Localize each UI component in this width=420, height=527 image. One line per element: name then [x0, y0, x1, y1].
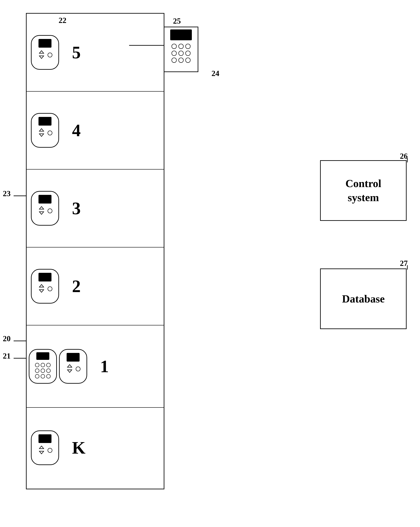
ref-26-line	[407, 158, 408, 162]
unit-screen-2	[39, 273, 52, 282]
elevator-unit-4	[31, 113, 59, 148]
unit-controls-4	[38, 128, 52, 137]
svg-marker-1	[39, 56, 44, 58]
wp-key-6	[185, 51, 190, 56]
wp-key-3	[185, 44, 190, 49]
circle-btn-1	[76, 367, 80, 371]
floor-label-2: 2	[72, 276, 81, 296]
wp-key-9	[185, 58, 190, 63]
ref-24: 24	[211, 69, 219, 78]
svg-marker-4	[39, 207, 44, 209]
arrow-icon-4	[38, 128, 45, 137]
floor-label-5: 5	[72, 43, 81, 62]
floor-label-4: 4	[72, 121, 81, 140]
wp-key-4	[171, 51, 177, 56]
svg-marker-0	[39, 51, 44, 53]
keypad-screen-1	[36, 352, 49, 360]
arrow-icon-2	[38, 284, 45, 293]
unit-controls-1	[66, 364, 80, 373]
circle-btn-2	[48, 286, 52, 291]
ref-21: 21	[3, 351, 10, 361]
key-1g	[35, 374, 39, 378]
svg-marker-7	[39, 290, 44, 292]
wall-panel-screen	[170, 29, 192, 40]
ref-25: 25	[173, 16, 181, 26]
connector-line-wall	[129, 45, 164, 46]
svg-marker-9	[67, 370, 72, 373]
unit-screen-k	[39, 434, 52, 443]
ref-20: 20	[3, 334, 10, 343]
unit-controls-3	[38, 206, 52, 215]
database-label: Database	[342, 293, 385, 305]
wp-key-2	[178, 44, 184, 49]
elevator-unit-3	[31, 191, 59, 226]
svg-marker-8	[67, 365, 72, 367]
wall-panel-keypad	[171, 43, 191, 64]
key-1f	[46, 369, 51, 373]
circle-btn-5	[48, 53, 52, 57]
key-1h	[41, 374, 45, 378]
svg-marker-10	[39, 446, 44, 449]
circle-btn-k	[48, 448, 52, 453]
svg-marker-3	[39, 134, 44, 136]
key-1b	[41, 363, 45, 367]
unit-controls-2	[38, 284, 52, 293]
floor-label-1: 1	[100, 357, 109, 376]
elevator-unit-2	[31, 269, 59, 304]
database-box: Database	[320, 268, 407, 329]
ref-23: 23	[3, 189, 10, 198]
ref-23-line	[14, 196, 27, 196]
ref-22: 22	[59, 16, 66, 25]
floor-row-k: K	[27, 408, 164, 488]
unit-screen-4	[39, 117, 52, 126]
diagram-container: 5 22 25 24	[13, 9, 420, 520]
arrow-icon-1	[66, 364, 74, 373]
floor-label-3: 3	[72, 198, 81, 218]
svg-marker-5	[39, 212, 44, 214]
arrow-icon-3	[38, 206, 45, 215]
keypad-grid-1	[34, 362, 52, 379]
floor-label-k: K	[72, 438, 85, 458]
ref-27: 27	[400, 259, 408, 268]
ref-26: 26	[400, 152, 408, 161]
wp-key-8	[178, 58, 184, 63]
ref-27-line	[407, 265, 408, 270]
floor-row-4: 4	[27, 92, 164, 170]
unit-screen-5	[39, 39, 52, 48]
unit-screen-3	[39, 195, 52, 204]
wall-panel-device: 25 24	[164, 27, 198, 72]
wp-key-5	[178, 51, 184, 56]
svg-marker-11	[39, 451, 44, 454]
arrow-icon-k	[38, 446, 45, 455]
elevator-unit-1	[59, 349, 87, 384]
circle-btn-3	[48, 209, 52, 213]
svg-marker-2	[39, 129, 44, 131]
unit-controls-k	[38, 446, 52, 455]
key-1c	[46, 363, 51, 367]
elevator-panel: 5 22 25 24	[26, 13, 164, 489]
floor-row-1: 1 20 21	[27, 325, 164, 408]
unit-screen-1	[67, 353, 80, 362]
floor-row-5: 5 22 25 24	[27, 14, 164, 92]
floor-row-2: 2	[27, 247, 164, 325]
wp-key-1	[171, 44, 177, 49]
wp-key-7	[171, 58, 177, 63]
arrow-icon-5	[38, 50, 45, 60]
circle-btn-4	[48, 131, 52, 135]
control-system-label: Controlsystem	[345, 176, 381, 205]
unit-controls-5	[38, 50, 52, 60]
key-1i	[46, 374, 51, 378]
keypad-unit-1	[29, 349, 57, 384]
ref-20-line	[14, 340, 27, 341]
ref-21-line	[14, 358, 27, 359]
elevator-unit-k	[31, 430, 59, 465]
svg-marker-6	[39, 285, 44, 287]
control-system-box: Controlsystem	[320, 160, 407, 221]
elevator-unit-5	[31, 35, 59, 70]
key-1d	[35, 369, 39, 373]
key-1a	[35, 363, 39, 367]
key-1e	[41, 369, 45, 373]
floor-row-3: 3 23	[27, 170, 164, 247]
